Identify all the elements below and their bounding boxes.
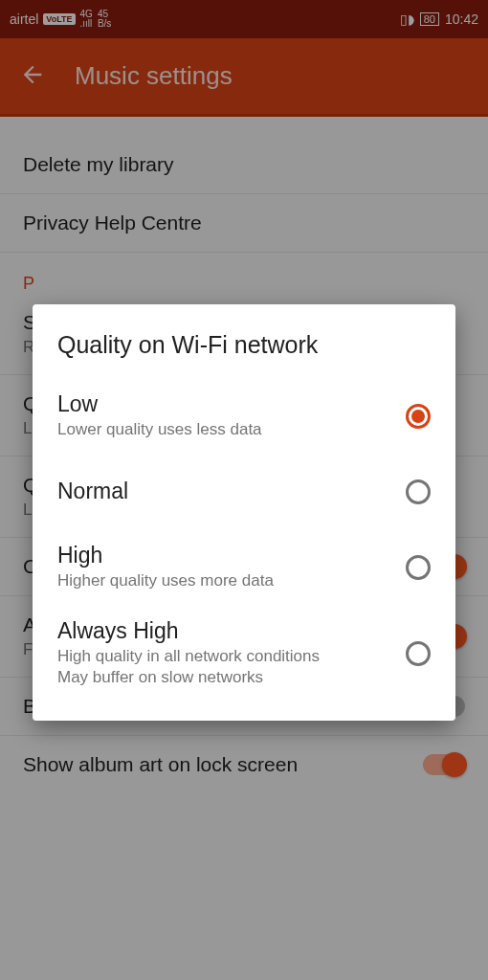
radio-icon[interactable] — [406, 404, 431, 429]
option-label: Always High — [57, 618, 406, 644]
radio-icon[interactable] — [406, 479, 431, 504]
option-sub: High quality in all network conditions M… — [57, 646, 406, 688]
quality-dialog: Quality on Wi-Fi network Low Lower quali… — [33, 304, 455, 721]
option-sub: Lower quality uses less data — [57, 419, 406, 440]
option-normal[interactable]: Normal — [33, 454, 455, 529]
dialog-title: Quality on Wi-Fi network — [33, 331, 455, 378]
option-label: Low — [57, 391, 406, 417]
radio-icon[interactable] — [406, 555, 431, 580]
option-always-high[interactable]: Always High High quality in all network … — [33, 605, 455, 702]
option-low[interactable]: Low Lower quality uses less data — [33, 378, 455, 454]
option-label: Normal — [57, 479, 406, 504]
radio-icon[interactable] — [406, 641, 431, 666]
option-sub: Higher quality uses more data — [57, 570, 406, 591]
option-high[interactable]: High Higher quality uses more data — [33, 529, 455, 605]
option-label: High — [57, 543, 406, 568]
